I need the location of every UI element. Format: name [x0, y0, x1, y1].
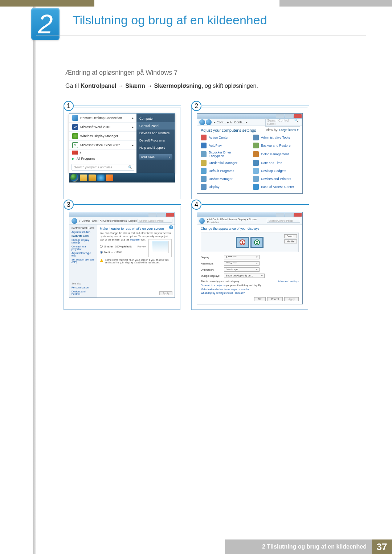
cp-item-bitlocker-drive-encryption[interactable]: BitLocker Drive Encryption	[201, 151, 246, 158]
apply-button[interactable]: Apply	[284, 297, 299, 301]
back-button[interactable]	[199, 119, 205, 125]
taskbar-ie-icon[interactable]	[97, 175, 105, 181]
start-item-wireless[interactable]: Wireless Display Manager	[69, 132, 136, 141]
help-icon[interactable]: ?	[169, 225, 173, 229]
start-search-input[interactable]: Search programs and files 🔍	[72, 164, 134, 171]
close-button[interactable]	[294, 213, 302, 217]
safe-icon	[201, 160, 207, 166]
cp-item-action-center[interactable]: Action Center	[201, 135, 246, 140]
minimize-button[interactable]	[276, 114, 284, 118]
close-button[interactable]	[294, 114, 302, 118]
nav-bar: ▸ Control Panel ▸ All Control Panel Item…	[69, 217, 175, 225]
back-button[interactable]	[199, 218, 205, 224]
control-panel-window: ▸ Cont... ▸ All Contr... ▸ Search Contro…	[197, 113, 303, 194]
sidebar-link-calibrate[interactable]: Calibrate color	[72, 235, 95, 237]
multiple-displays-label: Multiple displays:	[201, 275, 224, 277]
orientation-select[interactable]: Landscape▾	[224, 267, 260, 272]
wireless-icon	[72, 133, 78, 139]
start-item-excel[interactable]: X Microsoft Office Excel 2007 ▸	[69, 141, 136, 150]
cp-item-backup-and-restore[interactable]: Backup and Restore	[253, 143, 299, 148]
maximize-button[interactable]	[285, 114, 293, 118]
window-titlebar	[197, 212, 302, 217]
shutdown-button[interactable]: Shut down ▸	[139, 154, 172, 160]
triangle-right-icon: ▶	[72, 157, 74, 160]
search-input[interactable]: Search Control Panel 🔍	[265, 118, 300, 127]
cp-item-color-management[interactable]: Color Management	[253, 151, 299, 158]
taskbar-folder-icon[interactable]	[89, 175, 96, 181]
start-item-rdp[interactable]: Remote Desktop Connection ▸	[69, 114, 136, 123]
close-button[interactable]	[166, 213, 174, 217]
radio-icon	[100, 251, 103, 254]
detect-button[interactable]: Detect	[284, 234, 297, 238]
minimize-button[interactable]	[276, 213, 284, 217]
sidebar-link[interactable]: Change display settings	[72, 239, 95, 244]
back-button[interactable]	[72, 218, 77, 224]
cp-item-ease-of-access-center[interactable]: Ease of Access Center	[253, 184, 299, 190]
advanced-settings-link[interactable]: Advanced settings	[278, 280, 299, 283]
sidebar-home[interactable]: Control Panel Home	[72, 227, 95, 229]
identify-button[interactable]: Identify	[284, 239, 297, 243]
connect-projector-link[interactable]: Connect to a projector	[201, 284, 226, 287]
start-orb-icon[interactable]	[70, 174, 78, 182]
cp-item-autoplay[interactable]: AutoPlay	[201, 143, 246, 148]
start-right-help[interactable]: Help and Support	[136, 144, 175, 151]
all-programs[interactable]: ▶ All Programs	[69, 155, 136, 162]
monitor-2[interactable]: 2	[250, 237, 264, 248]
start-right-control-panel[interactable]: Control Panel	[136, 122, 175, 130]
cp-item-device-manager[interactable]: Device Manager	[201, 176, 246, 182]
excel-icon: X	[72, 142, 78, 148]
cp-item-administrative-tools[interactable]: Administrative Tools	[253, 135, 299, 140]
start-right-computer[interactable]: Computer	[136, 115, 175, 122]
sidebar-link[interactable]: Adjust resolution	[72, 231, 95, 233]
step-number-1: 1	[64, 101, 74, 111]
search-input[interactable]: Search Control Panel	[138, 219, 172, 223]
cp-item-default-programs[interactable]: Default Programs	[201, 168, 246, 174]
maximize-button[interactable]	[285, 213, 293, 217]
chevron-right-icon: ▸	[132, 116, 134, 120]
cp-item-devices-and-printers[interactable]: Devices and Printers	[253, 176, 299, 182]
taskbar-media-icon[interactable]	[106, 175, 113, 181]
cp-item-credential-manager[interactable]: Credential Manager	[201, 160, 246, 166]
forward-button[interactable]	[206, 119, 212, 125]
breadcrumb[interactable]: ▸ Control Panel ▸ All Control Panel Item…	[79, 219, 137, 222]
resolution-select[interactable]: **** × ****▾	[224, 261, 260, 266]
color-icon	[253, 151, 259, 157]
sidebar-link[interactable]: Personalization	[72, 286, 95, 289]
display-help-link[interactable]: What display settings should I choose?	[201, 292, 299, 294]
projector-text: Connect to a projector (or press the ⊞ k…	[201, 284, 299, 287]
multiple-displays-select[interactable]: Show desktop only on 1▾	[224, 274, 265, 278]
devmgr-icon	[201, 176, 207, 182]
display-select[interactable]: 1.**** ****▾	[224, 255, 260, 259]
cancel-button[interactable]: Cancel	[267, 297, 283, 301]
cp-item-date-and-time[interactable]: Date and Time	[253, 160, 299, 166]
breadcrumb[interactable]: ▸ All Control Panel Items ▸ Display ▸ Sc…	[207, 218, 267, 223]
magnifier-link[interactable]: Magnifier	[130, 238, 140, 241]
page-footer: 2 Tilslutning og brug af en kildeenhed 3…	[0, 539, 392, 554]
sidebar-link[interactable]: Adjust ClearType text	[72, 252, 95, 257]
maximize-button[interactable]	[157, 213, 165, 217]
footer-chapter-label: 2 Tilslutning og brug af en kildeenhed	[232, 543, 372, 550]
chevron-down-icon: ▾	[256, 256, 258, 259]
monitor-1[interactable]: 1	[236, 237, 249, 248]
breadcrumb[interactable]: ▸ Cont... ▸ All Contr... ▸	[214, 120, 248, 124]
view-by-dropdown[interactable]: View by: Large icons ▾	[266, 128, 299, 132]
text-size-link[interactable]: Make text and other items larger or smal…	[201, 288, 299, 291]
cp-item-display[interactable]: Display	[201, 184, 246, 190]
start-right-devices[interactable]: Devices and Printers	[136, 130, 175, 137]
ok-button[interactable]: OK	[254, 297, 266, 301]
gadgets-icon	[253, 168, 259, 174]
chevron-down-icon: ▾	[261, 274, 263, 277]
sidebar-link[interactable]: Devices and Printers	[72, 290, 95, 295]
taskbar-explorer-icon[interactable]	[80, 175, 87, 181]
apply-button[interactable]: Apply	[159, 291, 172, 295]
start-item-blank[interactable]: s	[69, 150, 136, 155]
minimize-button[interactable]	[148, 213, 156, 217]
sidebar-link[interactable]: Connect to a projector	[72, 245, 95, 250]
start-menu: Remote Desktop Connection ▸ W Microsoft …	[69, 113, 175, 173]
sidebar-link[interactable]: Set custom text size (DPI)	[72, 258, 95, 263]
search-input[interactable]: Search Control Panel	[267, 219, 300, 223]
start-item-word[interactable]: W Microsoft Word 2010 ▸	[69, 123, 136, 132]
start-right-defaults[interactable]: Default Programs	[136, 137, 175, 144]
cp-item-desktop-gadgets[interactable]: Desktop Gadgets	[253, 168, 299, 174]
autoplay-icon	[201, 143, 207, 148]
